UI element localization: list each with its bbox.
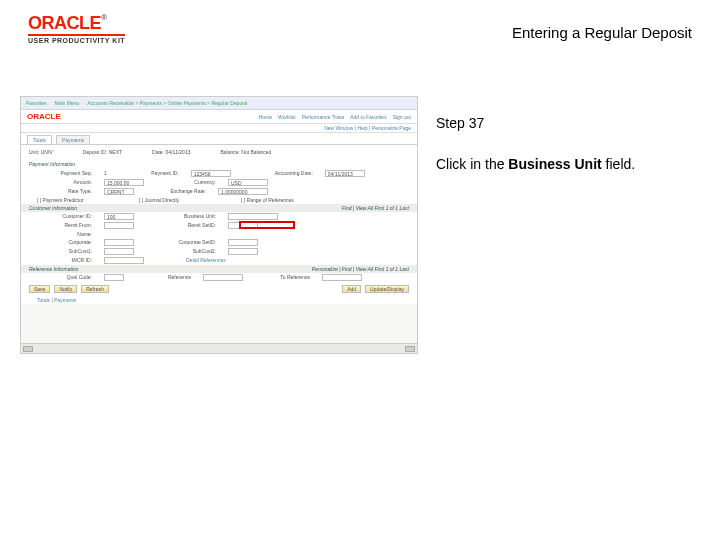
rate-field: CRRNT	[104, 188, 134, 195]
sub1-label: SubCust1:	[37, 248, 92, 255]
corpset-label: Corporate SetID:	[146, 239, 216, 246]
pid-field: 123456	[191, 170, 231, 177]
corpset-field	[228, 239, 258, 246]
bottom-crumb: Totals | Payments	[21, 296, 417, 304]
cur-label: Currency:	[156, 179, 216, 186]
deposit-value: NEXT	[109, 149, 122, 155]
remitset-field	[228, 222, 258, 229]
to-ref-label: To Reference	[255, 274, 310, 281]
ex-label: Exchange Rate:	[146, 188, 206, 195]
section-reference-info: Reference Information	[29, 266, 78, 272]
corp-label: Corporate:	[37, 239, 92, 246]
bu-label: Business Unit:	[146, 213, 216, 220]
instruction-bold: Business Unit	[508, 156, 601, 172]
save-button: Save	[29, 285, 50, 293]
seq-value: 1	[104, 170, 107, 177]
notify-button: Notify	[54, 285, 77, 293]
ri-nav: Personalize | Find | View All First 1 of…	[312, 266, 409, 272]
unit-label: Unit:	[29, 149, 39, 155]
window-links: New Window | Help | Personalize Page	[21, 124, 417, 133]
business-unit-field[interactable]	[228, 213, 278, 220]
to-ref-field	[322, 274, 362, 281]
acct-label: Accounting Date:	[243, 170, 313, 177]
pid-label: Payment ID:	[119, 170, 179, 177]
sub1-field	[104, 248, 134, 255]
balance-value: Not Balanced	[241, 149, 271, 155]
pp-check: [ ] Payment Predictor	[37, 197, 127, 203]
page-title: Entering a Regular Deposit	[512, 24, 692, 41]
unit-value: UNIV	[41, 149, 53, 155]
oracle-logo: ORACLE	[28, 13, 101, 33]
ex-field: 1.00000000	[218, 188, 268, 195]
link-perf: Performance Trace	[302, 114, 345, 120]
add-button: Add	[342, 285, 361, 293]
deposit-label: Deposit ID:	[83, 149, 108, 155]
corp-field	[104, 239, 134, 246]
section-customer-info: Customer Information	[29, 205, 77, 211]
cur-field: USD	[228, 179, 268, 186]
qual-label: Qual Code:	[37, 274, 92, 281]
breadcrumb-path: Accounts Receivable > Payments > Online …	[87, 100, 247, 106]
sub2-label: SubCust2:	[146, 248, 216, 255]
ref-field	[203, 274, 243, 281]
logo-subtitle: USER PRODUCTIVITY KIT	[28, 34, 125, 44]
scrollbar	[21, 343, 417, 353]
breadcrumb-fav: Favorites	[26, 100, 47, 106]
screenshot-thumbnail: Favorites Main Menu Accounts Receivable …	[20, 96, 418, 354]
instruction-panel: Step 37 Click in the Business Unit field…	[436, 96, 700, 173]
balance-label: Balance:	[220, 149, 239, 155]
sub2-field	[228, 248, 258, 255]
ci-nav: Find | View All First 1 of 1 Last	[342, 205, 409, 211]
seq-label: Payment Seq:	[37, 170, 92, 177]
amt-field: 15,000.00	[104, 179, 144, 186]
breadcrumb-main: Main Menu	[55, 100, 80, 106]
step-instruction: Click in the Business Unit field.	[436, 155, 700, 173]
detail-ref-link: Detail References	[186, 257, 226, 264]
oracle-logo-block: ORACLE® USER PRODUCTIVITY KIT	[28, 14, 125, 44]
qual-field	[104, 274, 124, 281]
instruction-suffix: field.	[602, 156, 635, 172]
amt-label: Amount:	[37, 179, 92, 186]
tab-totals: Totals	[27, 135, 52, 144]
remit-label: Remit From:	[37, 222, 92, 229]
section-payment-info: Payment Information	[21, 159, 417, 169]
refresh-button: Refresh	[81, 285, 109, 293]
step-number: Step 37	[436, 115, 700, 131]
remitset-label: Remit SetID:	[146, 222, 216, 229]
link-home: Home	[259, 114, 272, 120]
rate-label: Rate Type:	[37, 188, 92, 195]
micr-field	[104, 257, 144, 264]
ref-label: Reference	[136, 274, 191, 281]
micr-label: MICR ID:	[37, 257, 92, 264]
cust-label: Customer ID:	[37, 213, 92, 220]
acct-field: 04/11/2013	[325, 170, 365, 177]
tab-payments: Payments	[56, 135, 90, 144]
rr-check: [ ] Range of References	[241, 197, 294, 203]
date-value: 04/11/2013	[165, 149, 190, 155]
remit-field	[104, 222, 134, 229]
link-signout: Sign out	[393, 114, 411, 120]
mini-oracle-logo: ORACLE	[27, 112, 61, 121]
name-label: Name:	[37, 231, 92, 237]
je-check: [ ] Journal Directly	[139, 197, 229, 203]
trademark-icon: ®	[101, 13, 107, 22]
link-worklist: Worklist	[278, 114, 296, 120]
date-label: Date:	[152, 149, 164, 155]
link-fav: Add to Favorites	[350, 114, 386, 120]
cust-field: 100	[104, 213, 134, 220]
update-button: Update/Display	[365, 285, 409, 293]
instruction-prefix: Click in the	[436, 156, 508, 172]
